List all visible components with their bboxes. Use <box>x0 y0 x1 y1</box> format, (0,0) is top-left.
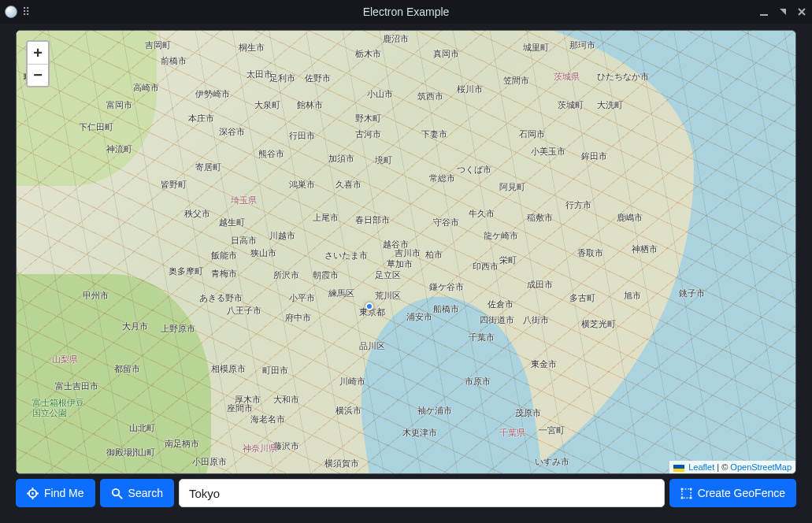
leaflet-link[interactable]: Leaflet <box>688 462 714 472</box>
maximize-button[interactable] <box>777 6 788 17</box>
menu-icon[interactable]: ⠿ <box>22 6 28 18</box>
zoom-in-button[interactable]: + <box>28 42 48 64</box>
app-icon <box>5 6 17 18</box>
svg-point-5 <box>680 488 683 490</box>
create-geofence-button[interactable]: Create GeoFence <box>669 479 796 507</box>
geofence-icon <box>680 488 692 499</box>
svg-point-3 <box>112 488 118 495</box>
osm-link[interactable]: OpenStreetMap <box>730 462 792 472</box>
svg-point-8 <box>689 496 691 499</box>
find-me-button[interactable]: Find Me <box>16 479 95 507</box>
flag-icon <box>673 465 684 472</box>
svg-point-6 <box>689 488 691 490</box>
map-marker <box>365 302 373 310</box>
window-title: Electron Example <box>363 6 450 18</box>
svg-rect-4 <box>682 488 691 497</box>
crosshair-icon <box>27 488 39 499</box>
svg-rect-0 <box>760 14 768 16</box>
window-titlebar[interactable]: ⠿ Electron Example <box>0 0 812 24</box>
map-tiles <box>17 31 795 473</box>
svg-point-2 <box>32 492 34 495</box>
map-attribution: Leaflet | © OpenStreetMap <box>669 461 795 473</box>
map-view[interactable]: 東京都さいたま市横浜市川崎市千葉市船橋市相模原市八王子市足立区荒川区練馬区品川区… <box>16 30 796 474</box>
search-icon <box>111 488 123 499</box>
minimize-button[interactable] <box>758 6 769 17</box>
toolbar: Find Me Search Create GeoFence <box>16 479 796 507</box>
zoom-out-button[interactable]: − <box>28 64 48 86</box>
close-button[interactable] <box>796 6 807 17</box>
search-input[interactable] <box>179 479 665 507</box>
svg-point-7 <box>680 496 683 499</box>
search-button[interactable]: Search <box>100 479 174 507</box>
zoom-control: + − <box>26 40 50 87</box>
